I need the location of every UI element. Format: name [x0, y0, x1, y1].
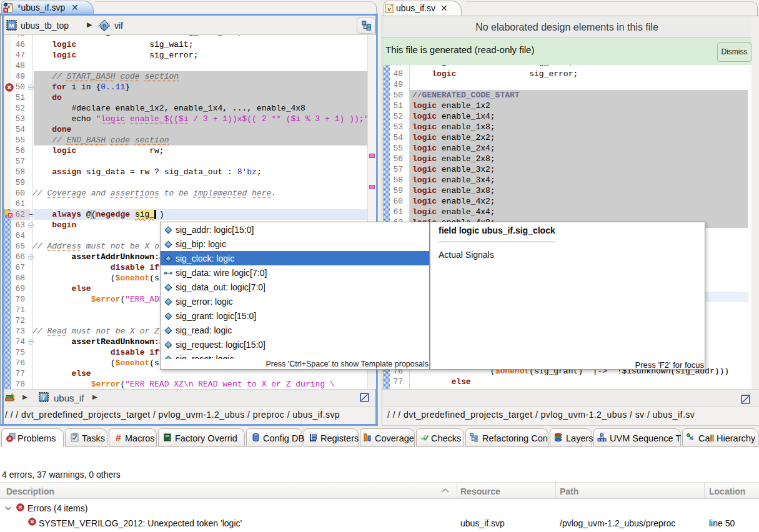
svg-text:M: M: [9, 22, 14, 29]
svg-text:i: i: [43, 394, 45, 401]
svg-text:#: #: [116, 433, 121, 442]
svg-text:i: i: [104, 24, 105, 28]
svg-text:v: v: [388, 6, 391, 12]
